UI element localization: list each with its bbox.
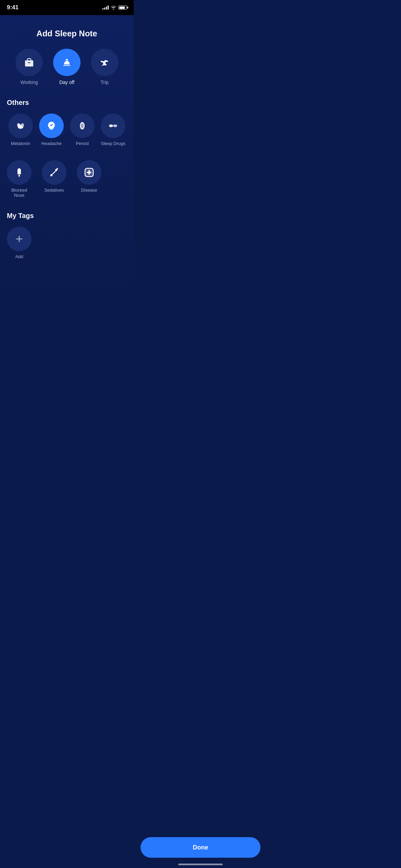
svg-point-12: [20, 174, 21, 175]
main-content: Add Sleep Note Working: [0, 15, 134, 314]
signal-icon: [102, 5, 109, 10]
others-item-melatonin[interactable]: Melatonin: [7, 113, 34, 146]
others-item-sleep-drugs[interactable]: Sleep Drugs: [99, 113, 127, 146]
svg-point-9: [109, 124, 113, 127]
others-item-disease[interactable]: Disease: [77, 160, 101, 198]
status-bar: 9:41: [0, 0, 134, 15]
disease-label: Disease: [81, 188, 97, 193]
page-title: Add Sleep Note: [7, 29, 127, 38]
svg-point-10: [113, 124, 117, 127]
activity-item-working[interactable]: Working: [15, 49, 43, 85]
svg-point-5: [18, 125, 23, 129]
sedatives-circle[interactable]: [42, 160, 66, 185]
wifi-icon: [111, 5, 116, 10]
dayoff-label: Day off: [59, 80, 74, 85]
period-label: Period: [76, 141, 89, 146]
others-item-blocked-nose[interactable]: Blocked Nose: [7, 160, 32, 198]
others-item-headache[interactable]: Headache: [38, 113, 65, 146]
disease-circle[interactable]: [77, 160, 101, 185]
my-tags-header: My Tags: [7, 212, 127, 220]
sleep-drugs-circle[interactable]: [101, 113, 125, 138]
svg-point-15: [50, 174, 52, 176]
add-tag-circle[interactable]: [7, 227, 32, 251]
sedatives-label: Sedatives: [44, 188, 64, 193]
working-label: Working: [20, 80, 38, 85]
sleep-drugs-label: Sleep Drugs: [101, 141, 125, 146]
trip-label: Trip: [100, 80, 109, 85]
svg-rect-1: [28, 62, 31, 63]
status-time: 9:41: [7, 4, 19, 11]
melatonin-label: Melatonin: [11, 141, 30, 146]
svg-rect-6: [50, 129, 53, 130]
my-tags-section: My Tags Add: [7, 212, 127, 260]
headache-circle[interactable]: [39, 113, 64, 138]
others-item-sedatives[interactable]: Sedatives: [42, 160, 66, 198]
battery-icon: [118, 5, 127, 10]
dayoff-circle[interactable]: [53, 49, 81, 76]
others-item-period[interactable]: Period: [69, 113, 96, 146]
activity-item-dayoff[interactable]: Day off: [53, 49, 81, 85]
add-tag-label: Add: [15, 254, 23, 260]
others-grid-row2: Blocked Nose Sedatives: [7, 160, 127, 198]
svg-rect-0: [25, 60, 33, 67]
melatonin-circle[interactable]: [8, 113, 33, 138]
blocked-nose-label: Blocked Nose: [7, 188, 32, 198]
activity-item-trip[interactable]: Trip: [91, 49, 118, 85]
add-tag-item[interactable]: Add: [7, 227, 32, 260]
others-section-header: Others: [7, 99, 127, 107]
svg-rect-21: [87, 172, 92, 173]
svg-point-8: [81, 123, 84, 128]
status-icons: [102, 5, 127, 10]
svg-point-2: [66, 59, 68, 60]
trip-circle[interactable]: [91, 49, 118, 76]
svg-point-11: [18, 174, 19, 175]
others-grid-row1: Melatonin Headache Period: [7, 113, 127, 146]
period-circle[interactable]: [70, 113, 95, 138]
blocked-nose-circle[interactable]: [7, 160, 32, 185]
activity-grid: Working Day off Trip: [7, 49, 127, 85]
headache-label: Headache: [41, 141, 61, 146]
working-circle[interactable]: [15, 49, 43, 76]
